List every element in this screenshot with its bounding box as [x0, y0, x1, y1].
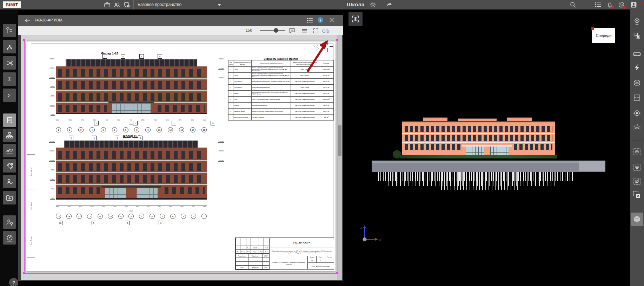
hierarchy-icon[interactable] [3, 129, 16, 142]
flash-icon[interactable] [632, 62, 642, 73]
finish-table-row: 9Водосточная система"Металл Профиль"RAL … [228, 115, 334, 121]
floorplan-icon[interactable] [632, 92, 642, 103]
gear-icon[interactable] [370, 1, 376, 8]
facade-top-dimensions: 6300312017906210630360091028807600601063… [56, 119, 207, 121]
title-block: 6-Изм.442-2204.22 ИзмКол.учЛист№докПодпД… [235, 238, 334, 270]
project-name: Общеобразовательная школа на 825 мест уч… [269, 247, 334, 257]
axis-x-label: x [379, 238, 381, 241]
section-box-icon[interactable] [632, 78, 642, 88]
ruler-icon[interactable] [632, 49, 642, 59]
app-logo[interactable]: BiMiT [3, 1, 21, 8]
facade-top-dim-total: 69520 [56, 123, 207, 125]
company-name: ООО "АСПЭК-Инвестрой" [308, 263, 334, 269]
finish-table-row: 4Участки стенШтукатурка мокрый фасадЦвет… [228, 85, 334, 91]
history-badge [623, 6, 626, 9]
user-check-icon[interactable] [3, 175, 16, 188]
close-icon[interactable] [328, 17, 335, 23]
team-icon[interactable] [113, 1, 121, 8]
environment-icon[interactable] [632, 16, 642, 27]
sum-icon[interactable]: Σ [3, 72, 16, 86]
zoom-slider-knob[interactable] [274, 28, 278, 33]
sheet-number: 2 [317, 259, 325, 262]
topbar-divider [133, 0, 134, 9]
nodes-icon[interactable] [3, 40, 16, 53]
selection-handle[interactable] [23, 272, 25, 274]
facade-bottom-drawing [56, 140, 207, 201]
selection-handle[interactable] [336, 272, 338, 274]
search-icon[interactable] [569, 1, 577, 8]
svg-text:2: 2 [637, 124, 638, 126]
camera-capture-icon[interactable] [348, 12, 363, 26]
briefcase-icon[interactable] [104, 1, 111, 8]
svg-text:+: + [11, 92, 13, 95]
view-cube-face[interactable]: Спереди [592, 28, 615, 43]
finish-table-row: 3Участки стенШтукатурка по утеплителю "Т… [228, 79, 334, 85]
focus-icon[interactable] [632, 108, 642, 118]
sheets-list-icon[interactable] [306, 17, 313, 24]
finish-table-row: 5ЦокольШтукатурка по утеплителю "ТЕХНОНИ… [228, 91, 334, 97]
doc-number: 741-20-АР.ГЧ [269, 238, 334, 247]
view-cube-icon[interactable] [631, 213, 643, 226]
edge-marker [643, 1, 644, 5]
facade-top-levels-left: +17,780+15,060+13,980+9,980+4,280+1,3800… [36, 58, 55, 116]
fit-screen-icon[interactable] [312, 27, 319, 34]
charts-icon[interactable] [3, 144, 16, 157]
zoom-slider-track[interactable] [260, 30, 285, 31]
model-structure-icon[interactable] [3, 24, 16, 37]
left-sidebar: Σ Σ+ 2D ? [0, 9, 18, 286]
project-title: Школа [347, 1, 365, 7]
folder-share-icon[interactable] [3, 191, 16, 204]
svg-text:2D: 2D [8, 118, 11, 121]
gauge-icon[interactable] [3, 231, 16, 245]
sidebar-separator [631, 46, 643, 46]
canvas-scrollbar-thumb[interactable] [338, 125, 341, 156]
2d-sheets-icon[interactable]: 2D [3, 113, 16, 127]
sum-add-icon[interactable]: Σ+ [3, 89, 16, 102]
history-icon[interactable]: 10 [618, 1, 625, 8]
help-button[interactable]: ? [9, 278, 18, 286]
relations-icon[interactable] [3, 56, 16, 70]
view-label: Спереди [596, 33, 612, 38]
facade-bottom-dim-total: 69520 [56, 210, 207, 212]
link-lock-icon[interactable] [321, 27, 330, 35]
sidebar-separator [631, 140, 643, 141]
profile-icon[interactable] [630, 1, 637, 10]
comment-add-icon[interactable] [288, 27, 296, 34]
workspace-selector[interactable]: Базовое пространство [138, 2, 181, 7]
plugins-icon[interactable] [3, 159, 16, 173]
axis-gizmo: z x [357, 225, 385, 247]
model-foundation-slab[interactable] [372, 161, 605, 172]
svg-text:1: 1 [634, 124, 636, 126]
model-building[interactable] [402, 117, 555, 161]
layers-icon[interactable] [301, 27, 308, 34]
facade-bottom-grid-bubbles: 151413121110987654321 [56, 214, 207, 219]
notifications-icon[interactable] [606, 1, 613, 8]
chevron-down-icon[interactable] [218, 4, 221, 6]
share-icon[interactable] [386, 1, 393, 9]
selection-handle[interactable] [23, 39, 25, 41]
info-icon[interactable]: i [318, 17, 323, 23]
history-count: 10 [620, 4, 623, 6]
canvas-scrollbar[interactable] [337, 35, 342, 280]
capture-frames-icon[interactable] [632, 31, 642, 41]
facade-bottom-levels-right: +19,100+17,780+12,282 [208, 141, 224, 162]
annotation-red-arrow [301, 37, 333, 74]
back-icon[interactable] [25, 17, 31, 24]
facade-bottom-callouts-bottom: 10586 [58, 221, 163, 225]
model-piles [441, 172, 518, 190]
selection-handle[interactable] [336, 39, 338, 41]
clear-selection-icon[interactable] [632, 189, 642, 200]
notification-badge [611, 6, 614, 9]
signature-table: РазработалКурбатов04.22ГИПРодионов04.22 [235, 254, 270, 269]
grid-axes-icon[interactable]: 12 [632, 123, 642, 133]
user-pin-icon[interactable] [3, 215, 16, 229]
facade-top-grid-bubbles: 1234567891012131415 [56, 127, 207, 132]
axis-z-label: z [360, 226, 362, 229]
show-eye-icon[interactable] [632, 162, 642, 173]
shield-time-icon[interactable] [123, 1, 131, 8]
hide-eye-icon[interactable] [632, 176, 642, 187]
finish-table-row: 8Наружные двериДвери утепленные алюминие… [228, 109, 334, 115]
list-icon[interactable] [595, 1, 602, 8]
side-stamp: Взам. инв. №Подп. и датаИнв. № подл. [27, 154, 35, 258]
isolate-box-icon[interactable] [632, 147, 642, 157]
